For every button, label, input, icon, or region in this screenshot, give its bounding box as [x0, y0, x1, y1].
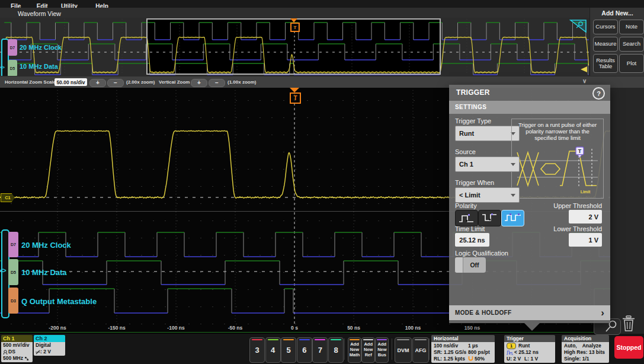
h-zoom-decrease-button[interactable]: −	[107, 79, 124, 87]
acq-analyze: Analyze	[582, 343, 601, 349]
add-new-bus-button[interactable]: Add New Bus	[375, 337, 389, 363]
trigger-badge-panel[interactable]: Trigger 1 Runt < 25.12 ns U: 2 V L: 1 V	[504, 335, 555, 363]
add-new-panel: Add New... CursorsNoteMeasureSearchResul…	[589, 8, 644, 87]
channel-button-5[interactable]: 5	[281, 337, 296, 363]
negative-runt-icon	[481, 213, 499, 223]
channel-button-8[interactable]: 8	[328, 337, 344, 363]
channel-button-label: 5	[281, 338, 296, 362]
polarity-positive-button[interactable]	[455, 210, 478, 226]
acq-single: Single: 1/1	[564, 356, 609, 362]
channel-button-label: 8	[329, 338, 343, 362]
limit-label: Limit	[581, 190, 591, 194]
lower-threshold-label: Lower Threshold	[538, 225, 602, 232]
tab-waveform-view[interactable]: Waveform View	[18, 10, 61, 17]
bottom-edge-line	[0, 332, 610, 333]
h-zoom-increase-button[interactable]: +	[89, 79, 106, 87]
logic-toggle-handle[interactable]	[455, 257, 463, 273]
mode-holdoff-section[interactable]: MODE & HOLDOFF ›	[449, 305, 610, 320]
positive-runt-icon	[458, 213, 476, 223]
d5-selected-marker: <>	[0, 65, 4, 70]
dvm-button[interactable]: DVM	[395, 337, 412, 363]
trigger-when: < 25.12 ns	[514, 349, 539, 356]
channel-button-4[interactable]: 4	[265, 337, 281, 363]
v-zoom-factor: (1.00x zoom)	[228, 76, 256, 88]
trigger-when-dropdown[interactable]: < Limit	[455, 187, 520, 203]
afg-button[interactable]: AFG	[412, 337, 429, 363]
channel-button-6[interactable]: 6	[297, 337, 312, 363]
trigger-badge-glyph: T	[578, 148, 582, 154]
horizontal-zoom-scale-label: Horizontal Zoom Scale	[5, 76, 56, 88]
channel-button-7[interactable]: 7	[312, 337, 328, 363]
add-new-label: Add New Bus	[376, 341, 388, 357]
digital-group-bracket[interactable]	[1, 229, 9, 318]
trigger-lower-level: L: 1 V	[524, 356, 538, 362]
time-limit-field[interactable]: 25.12 ns	[455, 233, 489, 247]
upper-threshold-field[interactable]: 2 V	[569, 210, 602, 223]
delete-button[interactable]	[621, 315, 636, 333]
time-limit-label: Time Limit	[455, 225, 485, 232]
right-margin	[610, 88, 644, 334]
trash-icon	[621, 315, 636, 333]
logic-qualification-toggle[interactable]: Off	[463, 257, 486, 273]
help-icon[interactable]: ?	[592, 87, 605, 100]
channel-button-label: 7	[313, 338, 327, 362]
v-zoom-increase-button[interactable]: +	[191, 79, 207, 87]
either-runt-icon	[504, 213, 522, 223]
channel-button-label: 3	[250, 338, 264, 362]
zoom-flag-icon[interactable]	[569, 19, 587, 33]
v-zoom-decrease-button[interactable]: −	[209, 79, 225, 87]
horizontal-zoom-scale-input[interactable]: 50.00 ns/div	[55, 78, 87, 86]
trigger-position-icon[interactable]	[290, 88, 299, 92]
runt-icon	[507, 350, 513, 355]
add-new-measure-button[interactable]: Measure	[593, 37, 618, 52]
polarity-label: Polarity	[455, 202, 477, 209]
channel-button-label: 6	[297, 338, 312, 362]
add-new-cursors-button[interactable]: Cursors	[593, 20, 618, 34]
sample-period: 800 ps/pt	[468, 349, 490, 356]
trigger-when-value: < Limit	[459, 191, 480, 199]
lower-threshold-field[interactable]: 1 V	[569, 233, 602, 247]
acq-resolution: High Res: 13 bits	[564, 349, 609, 356]
dvm-label: DVM	[395, 338, 411, 362]
stripe	[350, 339, 360, 340]
logic-qualification-label: Logic Qualification	[455, 250, 508, 257]
add-new-note-button[interactable]: Note	[619, 20, 644, 34]
settings-bar: Ch 1 500 mV/div DS 500 MHz Ch 2 Digital	[0, 334, 644, 364]
afg-label: AFG	[413, 338, 428, 362]
tab-bar: Waveform View	[0, 8, 644, 18]
d5-selected-marker: <>	[0, 267, 6, 274]
upper-threshold-arrow-icon[interactable]	[581, 66, 587, 72]
add-new-plot-button[interactable]: Plot	[619, 54, 644, 73]
divider	[392, 339, 392, 360]
run-stop-button[interactable]: Stopped	[614, 336, 643, 359]
chevron-down-icon	[511, 194, 515, 197]
trigger-settings-panel: TRIGGER ? SETTINGS Trigger Type Runt Tri…	[449, 85, 610, 323]
add-new-search-button[interactable]: Search	[619, 37, 644, 52]
horizontal-duration: 1 µs	[468, 343, 478, 349]
add-new-results-table-button[interactable]: Results Table	[593, 54, 618, 73]
runt-trigger-illustration: Limit T	[515, 146, 600, 195]
divider	[344, 339, 345, 360]
chevron-down-icon	[511, 163, 515, 166]
trigger-badge[interactable]: T	[290, 92, 301, 104]
chevron-down-icon[interactable]: ∨	[582, 78, 587, 84]
vertical-zoom-label: Vertical Zoom	[159, 76, 190, 88]
position-icon	[468, 356, 473, 361]
trigger-position-icon[interactable]	[290, 18, 297, 23]
add-new-math-button[interactable]: Add New Math	[348, 337, 361, 363]
polarity-either-button[interactable]	[501, 210, 524, 226]
trigger-type-dropdown[interactable]: Runt	[455, 126, 520, 141]
trigger-source-badge: 1	[507, 343, 516, 349]
trigger-badge[interactable]: T	[290, 23, 300, 32]
acq-mode: Auto,	[564, 343, 577, 349]
channel-button-label: 4	[266, 338, 280, 362]
waveform-overview[interactable]: D720 MHz ClockD510 MHz DataD3Q Output Me…	[0, 18, 589, 76]
polarity-negative-button[interactable]	[478, 210, 501, 226]
horizontal-badge[interactable]: Horizontal 100 ns/div1 µs SR: 1.25 GS/s8…	[431, 335, 495, 363]
source-dropdown[interactable]: Ch 1	[455, 157, 520, 172]
add-new-ref-button[interactable]: Add New Ref	[361, 337, 375, 363]
horizontal-title: Horizontal	[431, 335, 495, 342]
oscilloscope-screen: File Edit Utility Help Waveform View D72…	[0, 0, 644, 364]
acquisition-badge[interactable]: Acquisition Auto,Analyze High Res: 13 bi…	[562, 335, 609, 363]
channel-button-3[interactable]: 3	[249, 337, 265, 363]
